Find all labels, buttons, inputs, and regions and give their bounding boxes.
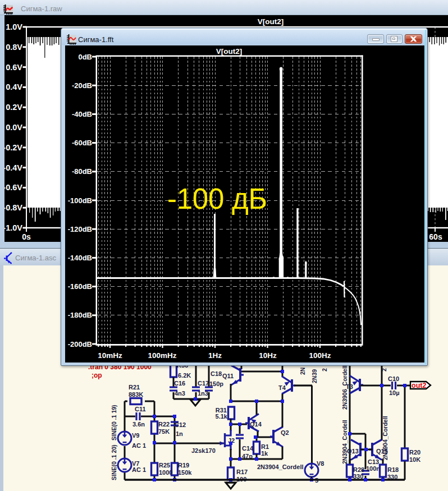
- svg-text:C18: C18: [211, 370, 222, 377]
- svg-text:1k: 1k: [261, 450, 268, 457]
- svg-text:R21: R21: [129, 384, 140, 391]
- svg-text:0.2V: 0.2V: [6, 103, 22, 112]
- svg-text:10K: 10K: [409, 456, 420, 463]
- svg-text:Q2: Q2: [281, 429, 289, 436]
- svg-text:-60dB: -60dB: [72, 139, 92, 147]
- svg-text:2N3906_Cordell: 2N3906_Cordell: [341, 365, 348, 410]
- svg-text:10Hz: 10Hz: [259, 351, 277, 360]
- svg-text:1n3: 1n3: [198, 390, 208, 397]
- svg-text:out2: out2: [412, 382, 426, 389]
- svg-text:C17: C17: [198, 380, 209, 387]
- svg-text:4n3: 4n3: [175, 390, 185, 397]
- svg-text:2N3904_Cordell: 2N3904_Cordell: [341, 420, 348, 464]
- svg-text:3.6n: 3.6n: [132, 421, 145, 428]
- svg-text:2: 2: [321, 368, 328, 371]
- svg-text:100mHz: 100mHz: [148, 351, 176, 360]
- svg-text:330: 330: [353, 473, 363, 480]
- svg-text:2N39: 2N39: [311, 369, 318, 383]
- svg-text:2N3904_Cordell: 2N3904_Cordell: [382, 416, 388, 460]
- svg-text:-40dB: -40dB: [72, 110, 92, 118]
- svg-text:1Hz: 1Hz: [208, 351, 222, 360]
- svg-text:0s: 0s: [22, 232, 31, 241]
- svg-text:V[out2]: V[out2]: [216, 47, 243, 56]
- svg-text:10µ: 10µ: [389, 389, 400, 396]
- svg-text:C11: C11: [135, 406, 146, 412]
- svg-text:47p: 47p: [242, 453, 253, 460]
- svg-text:6.2K: 6.2K: [178, 372, 191, 379]
- svg-text:R20: R20: [409, 449, 420, 456]
- svg-text:V[out2]: V[out2]: [258, 17, 284, 26]
- svg-text:0.8V: 0.8V: [6, 43, 22, 52]
- svg-text:C14: C14: [242, 445, 254, 452]
- svg-text:150p: 150p: [209, 380, 223, 387]
- svg-text:V8: V8: [317, 460, 324, 467]
- svg-text:J2sk170: J2sk170: [191, 447, 216, 454]
- svg-text:R22: R22: [158, 421, 170, 428]
- svg-text:R25: R25: [159, 462, 170, 469]
- svg-text:Q14: Q14: [250, 421, 262, 428]
- svg-text:;op: ;op: [92, 371, 102, 379]
- svg-text:SINE(0 .1 20): SINE(0 .1 20): [111, 444, 117, 480]
- svg-text:-200dB: -200dB: [68, 340, 92, 348]
- svg-text:0.0V: 0.0V: [6, 123, 22, 132]
- svg-text:-1.0V: -1.0V: [4, 223, 22, 232]
- svg-text:R28: R28: [353, 466, 364, 473]
- svg-text:75K: 75K: [158, 428, 170, 435]
- svg-text:C10: C10: [388, 375, 399, 382]
- svg-text:C16: C16: [174, 380, 185, 387]
- svg-text:2N3904_Cordell: 2N3904_Cordell: [257, 464, 304, 470]
- svg-text:-0.8V: -0.8V: [4, 203, 22, 212]
- svg-text:1n: 1n: [176, 430, 183, 437]
- svg-text:-0.6V: -0.6V: [4, 183, 22, 192]
- svg-text:-0.2V: -0.2V: [4, 143, 22, 152]
- svg-text:C13: C13: [368, 458, 379, 465]
- svg-text:883K: 883K: [129, 391, 143, 398]
- svg-text:-180dB: -180dB: [68, 311, 92, 319]
- svg-text:AC 1: AC 1: [132, 442, 146, 449]
- svg-text:10mHz: 10mHz: [98, 351, 122, 360]
- svg-text:-100dB: -100dB: [68, 196, 92, 205]
- svg-text:Q11: Q11: [222, 373, 234, 379]
- svg-text:2N: 2N: [299, 368, 306, 375]
- svg-text:1.0V: 1.0V: [6, 22, 22, 31]
- svg-text:60s: 60s: [429, 232, 442, 241]
- svg-text:150k: 150k: [178, 469, 192, 476]
- svg-text:T4: T4: [278, 384, 286, 391]
- svg-text:1000: 1000: [159, 469, 172, 476]
- svg-text:-120dB: -120dB: [68, 225, 92, 233]
- svg-text:R17: R17: [236, 469, 248, 475]
- svg-text:R19: R19: [178, 462, 189, 469]
- svg-text:-160dB: -160dB: [68, 282, 92, 291]
- svg-text:5.1k: 5.1k: [216, 413, 228, 420]
- svg-text:R1: R1: [261, 443, 269, 450]
- svg-text:0.4V: 0.4V: [6, 82, 22, 91]
- svg-text:AC 1: AC 1: [132, 466, 146, 473]
- svg-text:SINE(0 .1 19): SINE(0 .1 19): [111, 405, 117, 440]
- svg-text:-20dB: -20dB: [72, 81, 92, 90]
- svg-text:R18: R18: [387, 466, 399, 473]
- svg-text:-100 дБ: -100 дБ: [167, 183, 267, 215]
- svg-text:V9: V9: [132, 432, 139, 439]
- svg-text:100Hz: 100Hz: [309, 351, 331, 360]
- svg-text:-0.4V: -0.4V: [4, 163, 22, 172]
- svg-text:C12: C12: [175, 421, 186, 428]
- svg-text:100n: 100n: [366, 465, 380, 472]
- svg-text:-140dB: -140dB: [68, 254, 92, 262]
- svg-text:-80dB: -80dB: [72, 167, 92, 176]
- svg-text:Q13: Q13: [347, 448, 359, 455]
- svg-text:0.6V: 0.6V: [6, 63, 22, 72]
- svg-text:0dB: 0dB: [78, 53, 92, 61]
